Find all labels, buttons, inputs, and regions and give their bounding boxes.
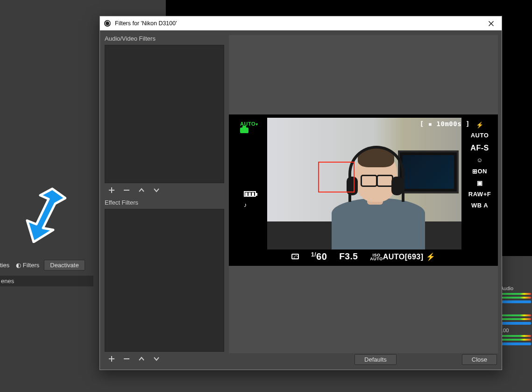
chevron-up-icon	[138, 355, 145, 363]
osd-face-detect: ☺	[468, 155, 491, 165]
osd-iso-mode: AUTO	[383, 253, 405, 261]
obs-icon	[104, 20, 111, 27]
metering-icon	[291, 254, 299, 259]
osd-active-dlight: ⊞ON	[468, 166, 491, 177]
osd-image-quality: RAW+F	[468, 189, 491, 200]
audio-meter-1b	[499, 297, 531, 299]
effect-filters-label: Effect Filters	[105, 199, 224, 206]
battery-icon	[244, 191, 256, 197]
move-effect-filter-up-button[interactable]	[137, 355, 146, 363]
osd-aperture: F3.5	[339, 251, 358, 262]
dialog-footer: Defaults Close	[229, 353, 498, 366]
af-focus-box	[318, 162, 355, 192]
chevron-down-icon	[153, 355, 160, 363]
osd-shutter: 1/60	[311, 251, 327, 262]
properties-button[interactable]: ties	[0, 260, 11, 270]
audio-meter-1	[499, 293, 531, 295]
source-controls: ties ◐ Filters Deactivate	[0, 260, 93, 271]
chevron-up-icon	[138, 186, 145, 194]
plus-icon	[108, 355, 115, 363]
volume-slider-1[interactable]	[499, 300, 531, 303]
filter-preview-column: AUTO♥ [ ▪ 10m00s ] ⚡ AUTO AF-S ☺ ⊞ON ▣ R…	[229, 35, 498, 366]
dialog-title: Filters for 'Nikon D3100'	[115, 20, 177, 27]
osd-iso: ISOAUTOAUTO[693] ⚡	[370, 252, 435, 261]
properties-label: ties	[0, 262, 9, 269]
camera-feed: AUTO♥ [ ▪ 10m00s ] ⚡ AUTO AF-S ☺ ⊞ON ▣ R…	[229, 114, 498, 266]
remove-effect-filter-button[interactable]	[122, 355, 131, 363]
minus-icon	[123, 186, 130, 194]
filters-icon: ◐	[16, 262, 21, 269]
close-button[interactable]	[480, 16, 502, 31]
volume-slider-3[interactable]	[499, 342, 531, 345]
osd-rec-time: [ ▪ 10m00s ]	[420, 120, 470, 128]
audio-meter-2b	[499, 318, 531, 320]
defaults-button[interactable]: Defaults	[355, 354, 397, 365]
close-icon	[489, 21, 494, 26]
camera-live-view	[267, 118, 461, 249]
deactivate-button[interactable]: Deactivate	[44, 260, 85, 271]
filters-label: Filters	[23, 262, 39, 269]
dialog-body: Audio/Video Filters Effect Filters	[100, 30, 502, 370]
add-av-filter-button[interactable]	[107, 186, 116, 194]
move-av-filter-up-button[interactable]	[137, 186, 146, 194]
osd-iso-value: [693]	[405, 253, 424, 261]
osd-flash-ready: ⚡	[426, 253, 436, 261]
av-filters-list[interactable]	[105, 45, 224, 183]
filters-dialog: Filters for 'Nikon D3100' Audio/Video Fi…	[99, 16, 502, 370]
scenes-dock-title: enes	[0, 276, 93, 286]
audio-meter-3	[499, 335, 531, 337]
osd-battery-audio: ♪	[244, 191, 256, 208]
scenes-text: enes	[1, 278, 14, 285]
minus-icon	[123, 355, 130, 363]
audio-track-label: Audio	[499, 285, 532, 291]
audio-mixer-partial: Audio 100	[499, 283, 532, 347]
remove-av-filter-button[interactable]	[122, 186, 131, 194]
osd-af-mode: AF-S	[468, 142, 491, 154]
effect-filters-controls	[105, 354, 224, 366]
close-dialog-button[interactable]: Close	[462, 354, 497, 365]
audio-note-icon: ♪	[244, 201, 247, 208]
osd-flash-mode: ⚡ AUTO	[468, 120, 491, 141]
audio-meter-2	[499, 314, 531, 316]
close-label: Close	[472, 356, 487, 363]
effect-filters-list[interactable]	[105, 209, 224, 352]
move-av-filter-down-button[interactable]	[152, 186, 161, 194]
osd-crop: ▣	[468, 178, 491, 188]
osd-exposure-info: 1/60 F3.5 ISOAUTOAUTO[693] ⚡	[229, 251, 498, 262]
add-effect-filter-button[interactable]	[107, 355, 116, 363]
defaults-label: Defaults	[364, 356, 387, 363]
av-filters-controls	[105, 185, 224, 197]
deactivate-label: Deactivate	[50, 262, 78, 269]
move-effect-filter-down-button[interactable]	[152, 355, 161, 363]
dialog-titlebar[interactable]: Filters for 'Nikon D3100'	[100, 16, 502, 30]
osd-mode: AUTO♥	[240, 121, 258, 133]
volume-slider-2[interactable]	[499, 322, 531, 325]
osd-right-settings: ⚡ AUTO AF-S ☺ ⊞ON ▣ RAW+F WB A	[468, 120, 491, 212]
plus-icon	[108, 186, 115, 194]
filters-left-column: Audio/Video Filters Effect Filters	[105, 35, 224, 366]
chevron-down-icon	[153, 186, 160, 194]
camera-icon	[240, 128, 248, 133]
filters-button[interactable]: ◐ Filters	[14, 260, 41, 270]
filter-preview: AUTO♥ [ ▪ 10m00s ] ⚡ AUTO AF-S ☺ ⊞ON ▣ R…	[229, 35, 498, 353]
av-filters-label: Audio/Video Filters	[105, 35, 224, 42]
audio-level-label: 100	[499, 328, 532, 333]
audio-meter-3b	[499, 339, 531, 341]
osd-white-balance: WB A	[468, 200, 491, 211]
